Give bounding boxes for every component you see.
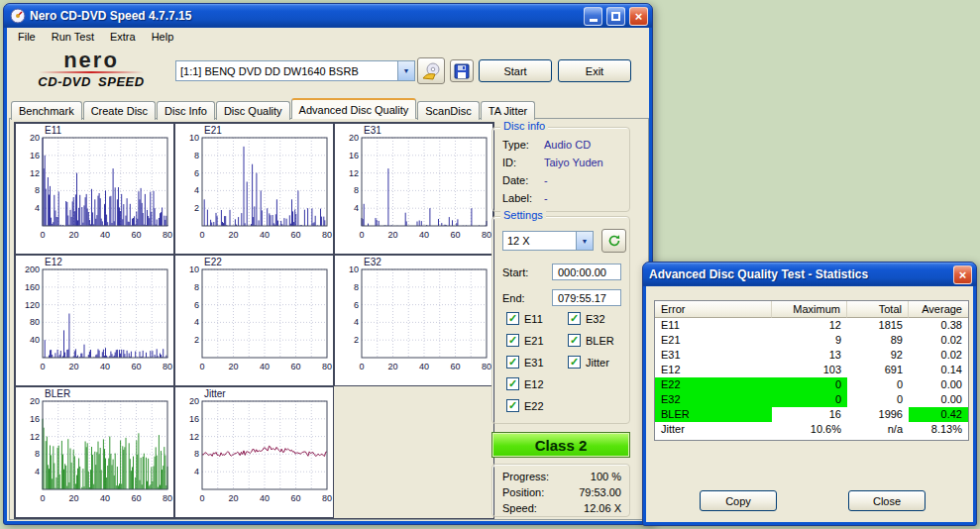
checkbox-label: E32 [586, 313, 605, 325]
checkbox-box-e31[interactable]: ✓ [506, 356, 519, 369]
nero-logo: nero CD-DVD SPEED [13, 49, 169, 89]
stats-cell-error: E31 [655, 348, 772, 363]
stats-cell-average: 0.42 [909, 407, 968, 422]
checkbox-box-e32[interactable]: ✓ [568, 312, 581, 325]
checkbox-e12[interactable]: ✓E12 [506, 377, 544, 390]
checkbox-box-bler[interactable]: ✓ [568, 334, 581, 347]
tab-disc-info[interactable]: Disc Info [157, 101, 215, 120]
checkbox-bler[interactable]: ✓BLER [568, 334, 614, 347]
menu-item-extra[interactable]: Extra [102, 29, 144, 45]
menu-item-help[interactable]: Help [144, 29, 182, 45]
progress-label: Speed: [502, 502, 537, 518]
stats-col-header-total[interactable]: Total [847, 301, 909, 318]
tab-advanced-disc-quality[interactable]: Advanced Disc Quality [291, 98, 417, 119]
minimize-button[interactable] [584, 7, 602, 26]
svg-text:E11: E11 [45, 125, 61, 136]
stats-window-body: ErrorMaximumTotalAverage E111218150.38E2… [646, 286, 973, 522]
checkbox-box-e11[interactable]: ✓ [506, 312, 519, 325]
stats-col-header-average[interactable]: Average [909, 301, 968, 318]
svg-text:6: 6 [194, 300, 199, 310]
refresh-button[interactable] [601, 229, 626, 253]
checkbox-label: BLER [586, 335, 614, 347]
tab-create-disc[interactable]: Create Disc [83, 101, 156, 120]
checkbox-e32[interactable]: ✓E32 [568, 312, 614, 325]
stats-close-button[interactable]: × [953, 265, 972, 284]
chart-jitter: Jitter20161284020406080 [174, 386, 334, 518]
chevron-down-icon[interactable]: ▼ [397, 61, 414, 80]
svg-text:40: 40 [260, 230, 270, 240]
checkbox-box-e22[interactable]: ✓ [506, 399, 519, 412]
disc-info-label: Type: [502, 139, 544, 151]
charts-grid: E1120161284020406080E21108642020406080E3… [14, 122, 494, 519]
svg-text:40: 40 [30, 335, 40, 345]
svg-text:12: 12 [30, 168, 40, 178]
cddvd-text: CD-DVD [38, 74, 91, 89]
menu-item-run-test[interactable]: Run Test [44, 29, 102, 45]
checkbox-box-e21[interactable]: ✓ [506, 334, 519, 347]
checkbox-column-right: ✓E32✓BLER✓Jitter [568, 312, 614, 369]
nero-wordmark: nero [13, 49, 169, 71]
checkbox-label: Jitter [586, 357, 609, 369]
stats-col-header-maximum[interactable]: Maximum [772, 301, 847, 318]
app-icon [10, 8, 26, 24]
stats-cell-error: E22 [655, 377, 772, 392]
settings-title: Settings [500, 209, 546, 221]
stats-header-row: ErrorMaximumTotalAverage [655, 301, 968, 318]
start-label: Start: [502, 266, 528, 278]
tab-scandisc[interactable]: ScanDisc [417, 101, 479, 120]
stats-titlebar[interactable]: Advanced Disc Quality Test - Statistics … [643, 263, 976, 286]
stats-cell-error: E11 [655, 318, 772, 333]
checkbox-e22[interactable]: ✓E22 [506, 399, 544, 412]
speed-combo-value: 12 X [507, 235, 576, 247]
checkbox-jitter[interactable]: ✓Jitter [568, 356, 614, 369]
stats-cell-average: 0.00 [909, 392, 968, 407]
maximize-button[interactable] [606, 7, 625, 26]
svg-text:20: 20 [228, 362, 238, 371]
end-time-field[interactable]: 079:55.17 [552, 289, 621, 306]
copy-button[interactable]: Copy [700, 490, 777, 511]
stats-col-header-error[interactable]: Error [655, 301, 772, 318]
checkbox-column-left: ✓E11✓E21✓E31✓E12✓E22 [506, 312, 544, 412]
drive-combo[interactable]: [1:1] BENQ DVD DD DW1640 BSRB ▼ [175, 60, 415, 81]
tab-benchmark[interactable]: Benchmark [11, 101, 82, 120]
svg-text:10: 10 [189, 133, 199, 143]
checkbox-e11[interactable]: ✓E11 [506, 312, 544, 325]
cddvd-speed-wordmark: CD-DVD SPEED [13, 74, 169, 89]
stats-close-btn[interactable]: Close [848, 490, 926, 511]
stats-cell-average: 8.13% [909, 422, 968, 437]
menu-item-file[interactable]: File [10, 29, 44, 45]
hand-disc-button[interactable] [417, 57, 445, 84]
start-time-field[interactable]: 000:00.00 [552, 264, 621, 280]
disc-info-row: Type:Audio CD [492, 139, 629, 157]
close-button[interactable]: × [629, 7, 648, 26]
progress-row: Progress:100 % [502, 471, 621, 486]
tab-ta-jitter[interactable]: TA Jitter [481, 101, 536, 120]
svg-text:4: 4 [35, 467, 40, 476]
checkbox-box-jitter[interactable]: ✓ [568, 356, 581, 369]
svg-text:16: 16 [30, 414, 40, 424]
checkbox-e21[interactable]: ✓E21 [506, 334, 544, 347]
stats-row-bler: BLER1619960.42 [655, 407, 968, 422]
checkbox-e31[interactable]: ✓E31 [506, 356, 544, 369]
start-button[interactable]: Start [479, 59, 552, 82]
main-titlebar[interactable]: Nero CD-DVD Speed 4.7.7.15 × [4, 4, 652, 28]
svg-text:80: 80 [322, 493, 332, 503]
exit-button[interactable]: Exit [558, 59, 631, 82]
stats-window: Advanced Disc Quality Test - Statistics … [642, 262, 977, 526]
tab-disc-quality[interactable]: Disc Quality [216, 101, 290, 120]
chevron-down-icon[interactable]: ▼ [576, 232, 593, 250]
svg-text:16: 16 [349, 151, 359, 160]
stats-cell-total: 89 [847, 333, 909, 348]
svg-text:160: 160 [25, 282, 40, 292]
save-button[interactable] [450, 59, 474, 82]
speed-combo[interactable]: 12 X ▼ [502, 231, 594, 251]
svg-text:10: 10 [349, 264, 359, 274]
checkbox-box-e12[interactable]: ✓ [506, 377, 519, 390]
svg-text:4: 4 [194, 317, 199, 327]
stats-cell-average: 0.02 [909, 333, 968, 348]
progress-value: 79:53.00 [579, 486, 621, 502]
checkbox-label: E31 [524, 357, 544, 369]
svg-text:4: 4 [35, 203, 40, 213]
svg-text:60: 60 [290, 230, 300, 240]
stats-cell-maximum: 10.6% [772, 422, 847, 437]
